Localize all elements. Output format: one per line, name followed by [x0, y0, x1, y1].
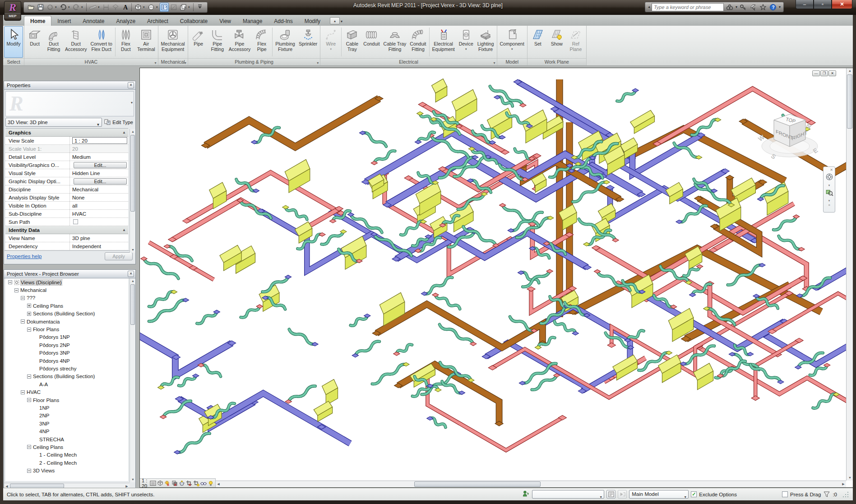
section-collapse-icon[interactable]: ▲	[122, 130, 126, 134]
collapse-icon[interactable]	[14, 288, 19, 292]
collapse-icon[interactable]	[27, 375, 31, 379]
resize-grip[interactable]	[842, 490, 848, 499]
panel-label-work-plane[interactable]: Work Plane	[527, 58, 586, 65]
value-editbox[interactable]: 1 : 20	[72, 137, 127, 144]
tab-modify[interactable]: Modify	[299, 16, 326, 26]
property-value[interactable]: 3D plne	[69, 234, 128, 242]
property-value[interactable]: Hidden Line	[69, 169, 128, 177]
collapse-icon[interactable]	[21, 296, 25, 300]
property-value[interactable]: HVAC	[69, 210, 128, 217]
undo-icon[interactable]	[59, 3, 68, 12]
tree-item-ceiling-plans[interactable]: Ceiling Plans	[5, 302, 128, 310]
minimize-button[interactable]: –	[796, 0, 814, 9]
press-drag-checkbox[interactable]	[782, 491, 788, 497]
measure-dropdown-icon[interactable]: ▾	[98, 5, 101, 9]
tab-add-ins[interactable]: Add-Ins	[268, 16, 298, 26]
panel-label-electrical[interactable]: Electrical▾	[320, 58, 496, 65]
viewport-hscrollbar[interactable]: ◀ ▶	[216, 481, 846, 487]
tab-view[interactable]: View	[213, 16, 237, 26]
zoom-dropdown-icon[interactable]: ▾	[828, 199, 830, 203]
properties-scrollbar[interactable]: ▲ ▼	[130, 129, 135, 253]
browser-vscrollbar[interactable]: ▲ ▼	[130, 278, 135, 482]
open-icon[interactable]	[27, 3, 36, 12]
visual-style-icon[interactable]	[160, 3, 169, 12]
help-icon[interactable]: ?	[769, 3, 777, 11]
tree-item-3np[interactable]: 3NP	[5, 420, 128, 427]
view-minimize-icon[interactable]: —	[812, 70, 820, 76]
panel-label-model[interactable]: Model	[497, 58, 527, 65]
tree-item-3d-views[interactable]: 3D Views	[5, 467, 128, 474]
filter-icon[interactable]	[823, 490, 830, 499]
section-icon[interactable]	[147, 3, 156, 12]
tree-item-p-dorys-2np[interactable]: Pôdorys 2NP	[5, 341, 128, 349]
panel-launcher-icon[interactable]: ▾	[185, 60, 186, 66]
undo-dropdown-icon[interactable]: ▾	[68, 5, 71, 9]
view-restore-icon[interactable]: ❐	[820, 70, 828, 76]
ribbon-button-conduit-fitting[interactable]: ConduitFitting	[408, 26, 428, 58]
project-browser-title[interactable]: Project Verex - Project Browser ✕	[4, 270, 135, 278]
render-dialog-icon[interactable]	[179, 480, 185, 486]
panel-label-plumbing-piping[interactable]: Plumbing & Piping▾	[188, 58, 320, 65]
tab-collaborate[interactable]: Collaborate	[174, 16, 213, 26]
view3d-dropdown-icon[interactable]: ▾	[143, 5, 146, 9]
ribbon-button-device[interactable]: Device▾	[457, 26, 476, 58]
ribbon-button-plumbing-fixture[interactable]: PlumbingFixture	[273, 26, 297, 58]
edit-button[interactable]: Edit...	[74, 162, 127, 168]
collapse-icon[interactable]	[27, 328, 31, 332]
tree-item-p-dorys-4np[interactable]: Pôdorys 4NP	[5, 357, 128, 365]
property-row-identity-data[interactable]: Identity Data▲	[5, 226, 128, 234]
switch-windows-icon[interactable]	[179, 3, 188, 12]
tab-manage[interactable]: Manage	[237, 16, 268, 26]
ribbon-button-modify[interactable]: Modify	[4, 26, 23, 58]
tree-item-p-dorys-3np[interactable]: Pôdorys 3NP	[5, 349, 128, 357]
ribbon-button-cable-tray[interactable]: CableTray	[342, 26, 361, 58]
property-value[interactable]: Medium	[69, 153, 128, 161]
tree-item-p-dorys-1np[interactable]: Pôdorys 1NP	[5, 333, 128, 341]
customize-dd-icon[interactable]	[195, 3, 204, 12]
tab-analyze[interactable]: Analyze	[110, 16, 141, 26]
ribbon-button-air-terminal[interactable]: AirTerminal	[135, 26, 157, 58]
property-value[interactable]: None	[69, 194, 128, 201]
ribbon-button-convert-to-flex-duct[interactable]: Convert toFlex Duct	[88, 26, 114, 58]
section-collapse-icon[interactable]: ▲	[122, 228, 126, 232]
ribbon-minimize-button[interactable]: ▴	[330, 17, 340, 24]
panel-label-mechanical[interactable]: Mechanical▾	[158, 58, 188, 65]
property-value[interactable]: Independent	[69, 242, 128, 250]
panel-label-select[interactable]: Select	[3, 58, 24, 65]
ribbon-button-show[interactable]: Show	[547, 26, 566, 58]
tree-item-ceiling-plans[interactable]: Ceiling Plans	[5, 443, 128, 451]
ribbon-button-lighting-fixture[interactable]: LightingFixture	[476, 26, 496, 58]
ribbon-button-pipe-fitting[interactable]: PipeFitting	[208, 26, 227, 58]
properties-title[interactable]: Properties ✕	[4, 81, 135, 90]
sun-path-off-icon[interactable]: x	[164, 480, 171, 486]
hide-isolate-icon[interactable]	[200, 480, 207, 486]
redo-dropdown-icon[interactable]: ▾	[81, 5, 84, 9]
ribbon-button-component[interactable]: Component▾	[498, 26, 526, 58]
ribbon-button-pipe-accessory[interactable]: PipeAccessory	[227, 26, 252, 58]
tree-item-2np[interactable]: 2NP	[5, 412, 128, 420]
model-canvas[interactable]: WSENTOPFRONTRIGHT — ❐ ✕ ✕ ▾ ▾ ≡	[140, 68, 846, 481]
tree-item-views-discipline[interactable]: Views (Discipline)	[5, 278, 128, 286]
infocenter-collapse-icon[interactable]: ◂	[648, 5, 650, 9]
sync-dropdown-icon[interactable]: ▾	[55, 5, 58, 9]
exclude-options-checkbox[interactable]: ✓	[691, 491, 697, 497]
collapse-icon[interactable]	[27, 445, 31, 449]
ribbon-minimize-dropdown-icon[interactable]: ▾	[341, 19, 342, 23]
panel-label-hvac[interactable]: HVAC▾	[24, 58, 158, 65]
tab-home[interactable]: Home	[24, 16, 51, 26]
collapse-icon[interactable]	[21, 319, 25, 324]
ribbon-button-sprinkler[interactable]: Sprinkler	[297, 26, 319, 58]
tree-item-4np[interactable]: 4NP	[5, 427, 128, 435]
edit-type-button[interactable]: Edit Type	[104, 118, 134, 126]
communication-center-icon[interactable]	[749, 3, 757, 11]
tree-item-mechanical[interactable]: Mechanical	[5, 286, 128, 294]
view-scale-button[interactable]: 1 : 20	[142, 478, 147, 489]
ribbon-button-duct-fitting[interactable]: DuctFitting	[44, 26, 63, 58]
reload-latest-icon[interactable]	[618, 490, 627, 499]
view3d-icon[interactable]	[134, 3, 143, 12]
worksets-dropdown[interactable]: ▼	[532, 490, 604, 499]
collapse-icon[interactable]	[21, 390, 25, 394]
editing-requests-icon[interactable]	[606, 490, 615, 499]
tree-item-[interactable]: ???	[5, 294, 128, 302]
detail-level-icon[interactable]	[150, 480, 156, 486]
